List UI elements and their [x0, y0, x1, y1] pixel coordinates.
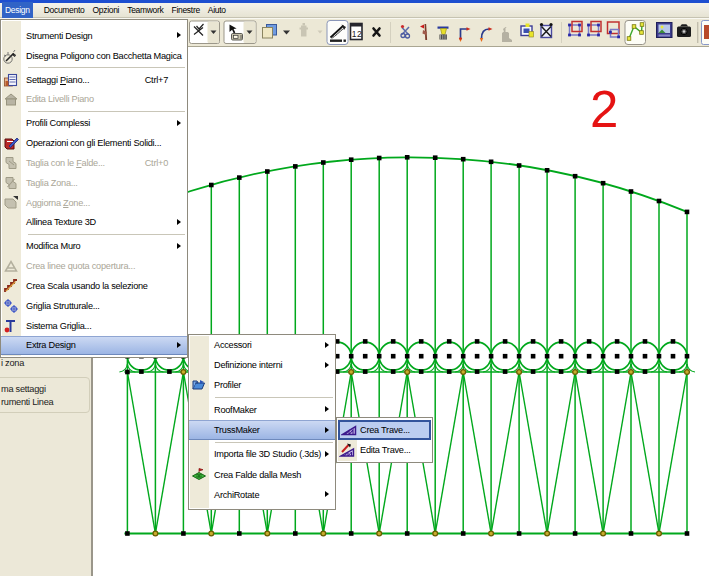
svg-text:12: 12: [352, 29, 363, 39]
